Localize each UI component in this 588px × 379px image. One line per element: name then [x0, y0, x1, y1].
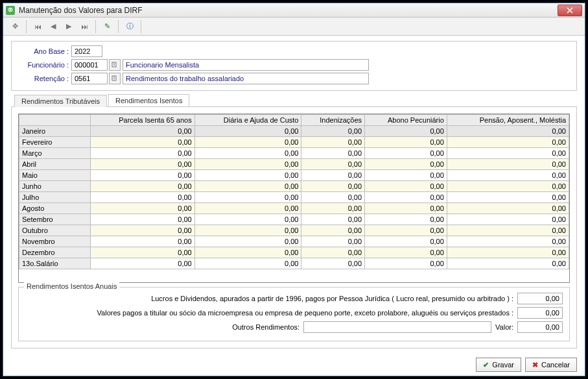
value-cell[interactable]: 0,00	[365, 181, 447, 192]
outros-valor-input[interactable]	[517, 321, 563, 333]
value-cell[interactable]: 0,00	[301, 225, 365, 236]
value-cell[interactable]: 0,00	[194, 148, 301, 159]
ano-base-input[interactable]	[71, 45, 102, 57]
table-row[interactable]: Abril0,000,000,000,000,00	[19, 159, 569, 170]
funcionario-code-input[interactable]	[71, 59, 108, 71]
micro-input[interactable]	[517, 307, 563, 319]
value-cell[interactable]: 0,00	[194, 214, 301, 225]
grid[interactable]: Parcela Isenta 65 anosDiária e Ajuda de …	[18, 114, 570, 283]
nav-next-icon[interactable]: ▶	[62, 20, 75, 33]
value-cell[interactable]: 0,00	[194, 137, 301, 148]
value-cell[interactable]: 0,00	[194, 203, 301, 214]
value-cell[interactable]: 0,00	[365, 192, 447, 203]
value-cell[interactable]: 0,00	[447, 236, 569, 247]
value-cell[interactable]: 0,00	[365, 148, 447, 159]
value-cell[interactable]: 0,00	[194, 126, 301, 137]
value-cell[interactable]: 0,00	[365, 137, 447, 148]
value-cell[interactable]: 0,00	[365, 225, 447, 236]
value-cell[interactable]: 0,00	[91, 236, 195, 247]
value-cell[interactable]: 0,00	[447, 126, 569, 137]
value-cell[interactable]: 0,00	[447, 170, 569, 181]
info-icon[interactable]: ⓘ	[123, 20, 136, 33]
value-cell[interactable]: 0,00	[301, 126, 365, 137]
value-cell[interactable]: 0,00	[91, 192, 195, 203]
value-cell[interactable]: 0,00	[91, 148, 195, 159]
value-cell[interactable]: 0,00	[91, 181, 195, 192]
value-cell[interactable]: 0,00	[301, 214, 365, 225]
cancelar-button[interactable]: ✖ Cancelar	[525, 358, 577, 372]
table-row[interactable]: Dezembro0,000,000,000,000,00	[19, 247, 569, 258]
value-cell[interactable]: 0,00	[365, 236, 447, 247]
value-cell[interactable]: 0,00	[301, 258, 365, 269]
grid-col-value[interactable]: Parcela Isenta 65 anos	[91, 115, 195, 126]
edit-icon[interactable]: ✎	[100, 20, 113, 33]
value-cell[interactable]: 0,00	[91, 225, 195, 236]
nav-prev-icon[interactable]: ◀	[47, 20, 60, 33]
value-cell[interactable]: 0,00	[365, 126, 447, 137]
table-row[interactable]: 13o.Salário0,000,000,000,000,00	[19, 258, 569, 269]
value-cell[interactable]: 0,00	[194, 192, 301, 203]
value-cell[interactable]: 0,00	[301, 203, 365, 214]
value-cell[interactable]: 0,00	[194, 247, 301, 258]
lucros-input[interactable]	[517, 293, 563, 304]
value-cell[interactable]: 0,00	[365, 170, 447, 181]
tab-isentos[interactable]: Rendimentos Isentos	[108, 94, 189, 106]
table-row[interactable]: Junho0,000,000,000,000,00	[19, 181, 569, 192]
value-cell[interactable]: 0,00	[91, 126, 195, 137]
value-cell[interactable]: 0,00	[447, 247, 569, 258]
table-row[interactable]: Agosto0,000,000,000,000,00	[19, 203, 569, 214]
grid-col-month[interactable]	[19, 115, 91, 126]
value-cell[interactable]: 0,00	[91, 203, 195, 214]
value-cell[interactable]: 0,00	[301, 159, 365, 170]
value-cell[interactable]: 0,00	[194, 170, 301, 181]
table-row[interactable]: Setembro0,000,000,000,000,00	[19, 214, 569, 225]
value-cell[interactable]: 0,00	[447, 137, 569, 148]
pointer-icon[interactable]: ✥	[8, 20, 21, 33]
value-cell[interactable]: 0,00	[447, 225, 569, 236]
value-cell[interactable]: 0,00	[365, 247, 447, 258]
value-cell[interactable]: 0,00	[91, 214, 195, 225]
grid-col-value[interactable]: Diária e Ajuda de Custo	[194, 115, 301, 126]
value-cell[interactable]: 0,00	[447, 258, 569, 269]
value-cell[interactable]: 0,00	[365, 258, 447, 269]
table-row[interactable]: Março0,000,000,000,000,00	[19, 148, 569, 159]
table-row[interactable]: Fevereiro0,000,000,000,000,00	[19, 137, 569, 148]
value-cell[interactable]: 0,00	[91, 170, 195, 181]
gravar-button[interactable]: ✔ Gravar	[476, 358, 521, 372]
value-cell[interactable]: 0,00	[301, 236, 365, 247]
value-cell[interactable]: 0,00	[194, 236, 301, 247]
tab-tributaveis[interactable]: Rendimentos Tributáveis	[14, 95, 107, 107]
retencao-lookup-button[interactable]	[109, 73, 121, 84]
outros-text-input[interactable]	[303, 321, 491, 333]
nav-last-icon[interactable]: ⏭	[78, 20, 91, 33]
table-row[interactable]: Julho0,000,000,000,000,00	[19, 192, 569, 203]
value-cell[interactable]: 0,00	[365, 203, 447, 214]
table-row[interactable]: Outubro0,000,000,000,000,00	[19, 225, 569, 236]
value-cell[interactable]: 0,00	[91, 159, 195, 170]
value-cell[interactable]: 0,00	[301, 181, 365, 192]
grid-col-value[interactable]: Abono Pecuniário	[365, 115, 447, 126]
value-cell[interactable]: 0,00	[91, 137, 195, 148]
nav-first-icon[interactable]: ⏮	[31, 20, 44, 33]
value-cell[interactable]: 0,00	[447, 159, 569, 170]
funcionario-lookup-button[interactable]	[109, 59, 121, 71]
table-row[interactable]: Maio0,000,000,000,000,00	[19, 170, 569, 181]
value-cell[interactable]: 0,00	[91, 258, 195, 269]
value-cell[interactable]: 0,00	[365, 159, 447, 170]
value-cell[interactable]: 0,00	[301, 247, 365, 258]
table-row[interactable]: Janeiro0,000,000,000,000,00	[19, 126, 569, 137]
close-button[interactable]	[558, 5, 582, 16]
table-row[interactable]: Novembro0,000,000,000,000,00	[19, 236, 569, 247]
retencao-code-input[interactable]	[71, 73, 108, 84]
value-cell[interactable]: 0,00	[301, 170, 365, 181]
value-cell[interactable]: 0,00	[447, 148, 569, 159]
grid-col-value[interactable]: Pensão, Aposent., Moléstia	[447, 115, 569, 126]
value-cell[interactable]: 0,00	[447, 181, 569, 192]
grid-col-value[interactable]: Indenizações	[301, 115, 365, 126]
value-cell[interactable]: 0,00	[365, 214, 447, 225]
value-cell[interactable]: 0,00	[301, 137, 365, 148]
value-cell[interactable]: 0,00	[447, 192, 569, 203]
value-cell[interactable]: 0,00	[91, 247, 195, 258]
value-cell[interactable]: 0,00	[447, 203, 569, 214]
value-cell[interactable]: 0,00	[194, 181, 301, 192]
